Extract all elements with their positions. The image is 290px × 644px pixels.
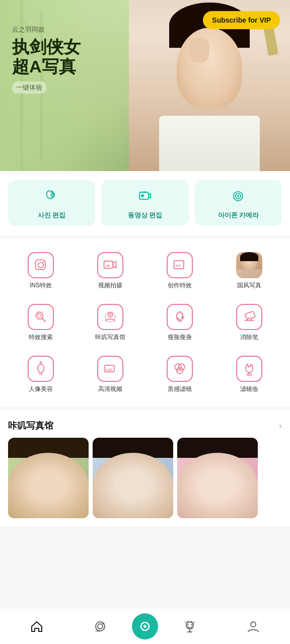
hero-subtitle: 云之羽同款 — [12, 25, 81, 34]
makeup-filter-label: 滤镜妆 — [240, 385, 258, 393]
guofeng-photo-icon-box — [236, 252, 262, 278]
photo-studio-section-header: 咔叽写真馆 › — [0, 411, 290, 438]
guofeng-photo-label: 国风写真 — [237, 281, 261, 290]
svg-point-57 — [98, 624, 103, 629]
bottom-navigation: INS — [0, 608, 290, 644]
svg-line-68 — [193, 622, 194, 623]
gallery-face-3 — [177, 453, 258, 518]
svg-point-55 — [247, 374, 252, 376]
quick-action-photo-edit[interactable]: 사진 편집 — [8, 180, 95, 226]
svg-point-64 — [191, 624, 193, 625]
vip-subscribe-button[interactable]: Subscribe for VIP — [203, 11, 280, 29]
svg-text:+: + — [182, 259, 185, 264]
svg-point-47 — [40, 362, 42, 364]
hero-text-block: 云之羽同款 执剑侠女 超A写真 一键体验 — [12, 25, 81, 94]
hero-banner: 云之羽同款 执剑侠女 超A写真 一键体验 Subscribe for VIP — [0, 0, 290, 171]
grid-item-ins-effect[interactable]: INS特效 — [6, 247, 76, 295]
quick-action-iphone-camera[interactable]: 아이폰 카메라 — [195, 180, 282, 226]
profile-nav-icon — [247, 620, 260, 633]
grid-item-fhd-video[interactable]: FHD 高清视频 — [76, 351, 145, 398]
camera-center-icon — [138, 619, 152, 633]
grid-item-guofeng-photo[interactable]: 国风写真 — [214, 247, 284, 295]
grid-item-kajii-studio[interactable]: 咔叽写真馆 — [76, 299, 145, 347]
eraser-label: 消除笔 — [240, 333, 258, 342]
makeup-filter-icon-box — [236, 356, 262, 382]
filter-icon-box — [167, 356, 193, 382]
svg-line-67 — [185, 622, 186, 623]
svg-point-53 — [177, 367, 183, 373]
nav-profile[interactable] — [222, 620, 285, 633]
photo-edit-label: 사진 편집 — [38, 211, 66, 220]
grid-item-diy-effect[interactable]: DIY + 创作特效 — [145, 247, 214, 295]
hd-video-icon-box: HD — [97, 252, 123, 278]
photo-gallery — [0, 438, 290, 526]
svg-point-25 — [237, 195, 239, 197]
home-nav-icon — [30, 620, 43, 633]
icon-grid-container: INS特效 HD 视频拍摄 DIY + 创作特效 — [6, 247, 284, 398]
svg-marker-19 — [149, 194, 151, 198]
grid-item-hd-video[interactable]: HD 视频拍摄 — [76, 247, 145, 295]
nav-camera-center[interactable] — [132, 613, 158, 639]
svg-point-61 — [143, 625, 147, 628]
svg-text:FHD: FHD — [106, 368, 112, 371]
ins-nav-icon: INS — [94, 620, 107, 633]
hd-video-label: 视频拍摄 — [98, 281, 122, 290]
grid-item-portrait-beauty[interactable]: 人像美容 — [6, 351, 76, 398]
diy-effect-label: 创作特效 — [168, 281, 192, 290]
grid-item-effect-search[interactable]: 特效搜索 — [6, 299, 76, 347]
feature-grid: INS特效 HD 视频拍摄 DIY + 创作特效 — [0, 239, 290, 407]
grid-item-makeup-filter[interactable]: 滤镜妆 — [214, 351, 284, 398]
ai-nav-icon — [183, 620, 196, 633]
svg-line-36 — [42, 318, 45, 321]
effect-search-label: 特效搜索 — [29, 333, 53, 342]
svg-line-43 — [182, 318, 184, 318]
grid-item-eraser[interactable]: 消除笔 — [214, 299, 284, 347]
iphone-camera-icon — [230, 188, 246, 207]
quick-action-video-edit[interactable]: 동영상 편집 — [101, 180, 188, 226]
photo-studio-arrow[interactable]: › — [279, 421, 282, 431]
filter-label: 质感滤镜 — [168, 385, 192, 393]
gallery-face-1 — [8, 453, 89, 518]
svg-line-38 — [37, 313, 38, 314]
slim-face-icon-box — [167, 304, 193, 330]
ins-effect-icon-box — [28, 252, 54, 278]
svg-text:HD: HD — [106, 264, 110, 267]
fhd-video-label: 高清视频 — [98, 385, 122, 393]
video-edit-label: 동영상 편집 — [128, 211, 163, 220]
svg-point-71 — [251, 622, 256, 627]
gallery-item-1[interactable] — [8, 438, 89, 518]
svg-text:INS: INS — [96, 629, 100, 632]
svg-text:DIY: DIY — [176, 264, 181, 267]
diy-effect-icon-box: DIY + — [167, 252, 193, 278]
eraser-icon-box — [236, 304, 262, 330]
svg-point-63 — [187, 624, 189, 625]
svg-point-37 — [38, 314, 41, 317]
svg-marker-30 — [113, 262, 116, 268]
video-edit-icon — [137, 188, 153, 207]
fhd-video-icon-box: FHD — [97, 356, 123, 382]
nav-home[interactable] — [5, 620, 68, 633]
photo-studio-title: 咔叽写真馆 — [8, 420, 53, 432]
hero-title: 执剑侠女 超A写真 — [12, 37, 81, 76]
iphone-camera-label: 아이폰 카메라 — [218, 211, 259, 220]
grid-item-filter[interactable]: 质感滤镜 — [145, 351, 214, 398]
grid-item-slim-face[interactable]: 瘦脸瘦身 — [145, 299, 214, 347]
svg-point-28 — [43, 261, 44, 263]
hero-cta[interactable]: 一键体验 — [12, 82, 46, 94]
portrait-beauty-label: 人像美容 — [29, 385, 53, 393]
quick-actions-bar: 사진 편집 동영상 편집 아이폰 카메라 — [0, 171, 290, 235]
kajii-studio-icon-box — [97, 304, 123, 330]
gallery-item-3[interactable] — [177, 438, 258, 518]
gallery-item-2[interactable] — [93, 438, 173, 518]
ins-effect-label: INS特效 — [30, 281, 52, 290]
effect-search-icon-box — [28, 304, 54, 330]
svg-point-58 — [102, 622, 104, 624]
portrait-beauty-icon-box — [28, 356, 54, 382]
svg-point-20 — [141, 194, 144, 197]
nav-ai[interactable] — [158, 620, 222, 633]
nav-ins[interactable]: INS — [68, 620, 132, 633]
svg-rect-46 — [247, 318, 252, 320]
slim-face-label: 瘦脸瘦身 — [168, 333, 192, 342]
kajii-studio-label: 咔叽写真馆 — [95, 333, 125, 342]
photo-edit-icon — [44, 188, 60, 207]
